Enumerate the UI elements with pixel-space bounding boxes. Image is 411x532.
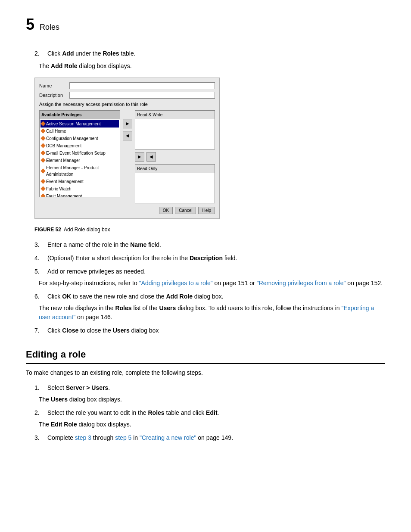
step-4-num: 4. <box>34 254 43 263</box>
step3-link[interactable]: step 3 <box>75 434 91 441</box>
move-right-ro-button[interactable]: ▶ <box>135 152 144 162</box>
name-bold: Name <box>130 241 146 248</box>
close-bold: Close <box>62 327 78 334</box>
step-7-text: Click Close to close the Users dialog bo… <box>47 326 159 335</box>
list-item[interactable]: Configuration Management <box>40 135 119 142</box>
move-left-ro-button[interactable]: ◀ <box>146 152 156 162</box>
read-write-panel: Read & Write <box>135 110 215 149</box>
page-header: 5 Roles <box>26 13 385 36</box>
rw-content[interactable] <box>135 119 215 149</box>
list-item[interactable]: Fabric Watch <box>40 185 119 193</box>
rw-header: Read & Write <box>135 111 215 119</box>
dialog-assign-text: Assign the necessary access permission t… <box>39 101 215 108</box>
diamond-icon <box>40 128 45 133</box>
dialog-panels: Available Privileges Active Session Mana… <box>39 110 215 203</box>
roles-bold: Roles <box>103 50 119 57</box>
chapter-title: Roles <box>40 22 59 33</box>
dialog-name-input[interactable] <box>69 82 215 89</box>
list-item[interactable]: E-mail Event Notification Setup <box>40 149 119 157</box>
move-right-rw-button[interactable]: ▶ <box>123 119 132 128</box>
edit-step-3-num: 3. <box>34 433 43 442</box>
figure-text: Add Role dialog box <box>64 227 110 233</box>
list-item[interactable]: DCB Management <box>40 142 119 149</box>
step-2-num: 2. <box>34 49 43 58</box>
step-4: 4. (Optional) Enter a short description … <box>26 254 385 263</box>
editing-section: Editing a role To make changes to an exi… <box>26 347 385 442</box>
step-3: 3. Enter a name of the role in the Name … <box>26 240 385 249</box>
edit-step-2: 2. Select the role you want to edit in t… <box>26 408 385 417</box>
step-3-num: 3. <box>34 240 43 249</box>
edit-bold: Edit <box>206 409 217 416</box>
step-6-sub: The new role displays in the Roles list … <box>39 304 385 322</box>
adding-privileges-link[interactable]: "Adding privileges to a role" <box>139 280 213 286</box>
ro-arrow-buttons: ▶ ◀ <box>135 152 215 162</box>
list-item[interactable]: Active Session Management <box>40 120 119 128</box>
desc-bold: Description <box>190 255 223 261</box>
diamond-icon <box>40 143 45 148</box>
server-users-bold: Server > Users <box>66 384 108 391</box>
diamond-icon <box>40 186 45 191</box>
dialog-desc-label: Description <box>39 92 67 99</box>
available-privileges-panel: Available Privileges Active Session Mana… <box>39 110 120 197</box>
list-item[interactable]: Element Manager - Product Administration <box>40 164 119 178</box>
diamond-icon <box>40 179 45 184</box>
diamond-icon <box>40 193 45 196</box>
ok-bold: OK <box>62 293 71 300</box>
figure-label: FIGURE 52 <box>34 227 61 233</box>
edit-step-1-sub: The Users dialog box displays. <box>39 395 385 404</box>
list-item[interactable]: Event Management <box>40 178 119 185</box>
add-role-dialog: Name Description Assign the necessary ac… <box>34 78 220 219</box>
users-dlg-bold: Users <box>51 396 68 403</box>
step-4-text: (Optional) Enter a short description for… <box>47 254 237 263</box>
avail-header: Available Privileges <box>40 111 120 119</box>
step-3-text: Enter a name of the role in the Name fie… <box>47 240 161 249</box>
creating-new-role-link[interactable]: "Creating a new role" <box>140 434 196 441</box>
edit-step-1: 1. Select Server > Users. <box>26 383 385 392</box>
removing-privileges-link[interactable]: "Removing privileges from a role" <box>257 280 346 286</box>
step-5-text: Add or remove privileges as needed. <box>47 267 146 276</box>
roles-table-bold: Roles <box>148 409 164 416</box>
step-5-num: 5. <box>34 267 43 276</box>
diamond-icon <box>40 150 45 155</box>
rw-arrow-buttons: ▶ ◀ <box>123 110 132 140</box>
ok-button[interactable]: OK <box>159 207 173 214</box>
cancel-button[interactable]: Cancel <box>175 207 196 214</box>
step-5-sub: For step-by-step instructions, refer to … <box>39 279 385 288</box>
steps-3-7: 3. Enter a name of the role in the Name … <box>26 240 385 335</box>
step-6: 6. Click OK to save the new role and clo… <box>26 292 385 301</box>
edit-step-1-text: Select Server > Users. <box>47 383 110 392</box>
help-button[interactable]: Help <box>198 207 215 214</box>
edit-step-1-num: 1. <box>34 383 43 392</box>
step-2-text: Click Add under the Roles table. <box>47 49 136 58</box>
step-2-sub: The Add Role dialog box displays. <box>39 62 385 71</box>
editing-heading: Editing a role <box>26 347 385 364</box>
add-bold: Add <box>62 50 74 57</box>
step-6-text: Click OK to save the new role and close … <box>47 292 224 301</box>
step-7-num: 7. <box>34 326 43 335</box>
dialog-buttons: OK Cancel Help <box>39 207 215 214</box>
list-item[interactable]: Fault Management <box>40 193 119 197</box>
edit-step-3-text: Complete step 3 through step 5 in "Creat… <box>47 433 233 442</box>
step5-link[interactable]: step 5 <box>115 434 131 441</box>
move-left-rw-button[interactable]: ◀ <box>123 131 132 140</box>
edit-step-2-num: 2. <box>34 408 43 417</box>
diamond-icon <box>40 121 45 126</box>
step-5: 5. Add or remove privileges as needed. <box>26 267 385 276</box>
dialog-desc-row: Description <box>39 92 215 99</box>
editing-intro: To make changes to an existing role, com… <box>26 368 385 377</box>
edit-step-3: 3. Complete step 3 through step 5 in "Cr… <box>26 433 385 442</box>
figure-caption: FIGURE 52 Add Role dialog box <box>34 226 385 233</box>
list-item[interactable]: Call Home <box>40 128 119 135</box>
exporting-user-account-link[interactable]: "Exporting a user account" <box>39 305 374 320</box>
avail-list[interactable]: Active Session Management Call Home Conf… <box>40 119 120 197</box>
list-item[interactable]: Element Manager <box>40 157 119 164</box>
ro-content[interactable] <box>135 173 215 203</box>
dialog-desc-input[interactable] <box>69 92 215 99</box>
edit-role-bold: Edit Role <box>51 421 77 428</box>
users-bold: Users <box>159 305 176 311</box>
diamond-icon <box>40 136 45 140</box>
step-2: 2. Click Add under the Roles table. <box>26 49 385 58</box>
step-7: 7. Click Close to close the Users dialog… <box>26 326 385 335</box>
diamond-icon <box>40 158 45 162</box>
diamond-icon <box>40 168 45 173</box>
